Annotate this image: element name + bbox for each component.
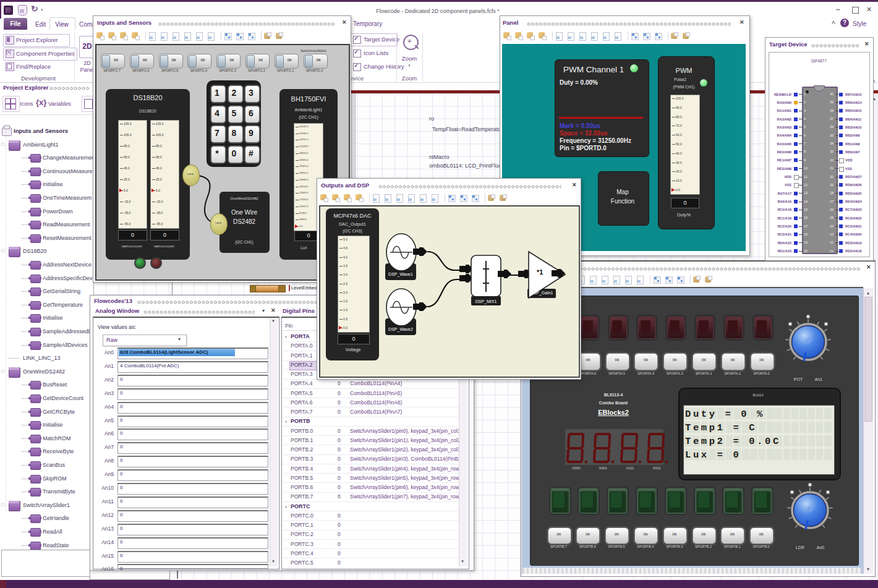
svg-text:DSP_Wave1: DSP_Wave1 [388, 272, 413, 277]
svg-text:DSP_MIX1: DSP_MIX1 [475, 299, 497, 304]
svg-text:*1: *1 [537, 268, 543, 276]
svg-text:DSP_Wave2: DSP_Wave2 [388, 327, 413, 332]
svg-text:DSP_Gain1: DSP_Gain1 [531, 291, 553, 296]
